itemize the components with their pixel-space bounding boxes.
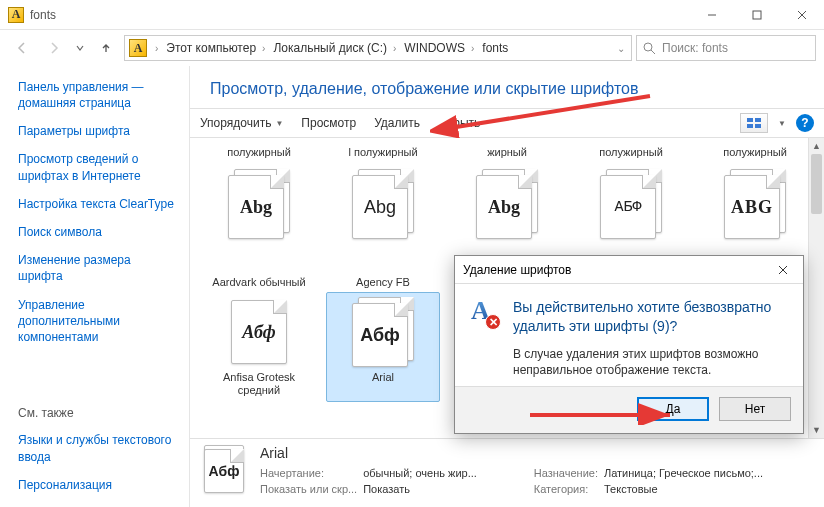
chevron-down-icon[interactable]: ⌄: [617, 43, 625, 54]
details-thumbnail: Абф: [200, 445, 248, 493]
view-mode-button[interactable]: [740, 113, 768, 133]
sidebar-link-personalization[interactable]: Персонализация: [18, 477, 175, 493]
font-thumbnail: Abg: [224, 169, 294, 239]
font-label-partial: жирный: [450, 146, 564, 158]
organize-button[interactable]: Упорядочить ▼: [200, 116, 283, 130]
font-item[interactable]: Abg: [202, 164, 316, 274]
details-value: Латиница; Греческое письмо;...: [604, 467, 763, 479]
details-label: Показать или скр...: [260, 483, 357, 495]
scrollbar-vertical[interactable]: ▲ ▼: [808, 138, 824, 438]
details-value: обычный; очень жир...: [363, 467, 477, 479]
svg-line-5: [651, 50, 655, 54]
details-pane: Абф Arial Начертание: обычный; очень жир…: [190, 438, 824, 507]
breadcrumb-item[interactable]: fonts: [482, 41, 508, 55]
sidebar-link-text-services[interactable]: Языки и службы текстового ввода: [18, 432, 175, 464]
svg-rect-9: [755, 124, 761, 128]
nav-back-button[interactable]: [8, 34, 36, 62]
page-heading: Просмотр, удаление, отображение или скры…: [190, 66, 824, 108]
font-thumbnail: Abg: [348, 169, 418, 239]
details-value: Показать: [363, 483, 477, 495]
font-name-label: Agency FB: [326, 276, 440, 288]
dialog-yes-button[interactable]: Да: [637, 397, 709, 421]
sidebar-link-font-info-online[interactable]: Просмотр сведений о шрифтах в Интернете: [18, 151, 175, 183]
sidebar-link-font-size[interactable]: Изменение размера шрифта: [18, 252, 175, 284]
svg-rect-1: [753, 11, 761, 19]
font-thumbnail: АБФ: [596, 169, 666, 239]
chevron-right-icon: ›: [155, 43, 158, 54]
preview-button[interactable]: Просмотр: [301, 116, 356, 130]
font-thumbnail: ABG: [720, 169, 790, 239]
font-name-label: Aardvark обычный: [202, 276, 316, 288]
font-name-label: Anfisa Grotesk средний: [205, 371, 313, 397]
delete-confirm-dialog: Удаление шрифтов A✕ Вы действительно хот…: [454, 255, 804, 434]
window-title: fonts: [30, 8, 56, 22]
toolbar: Упорядочить ▼ Просмотр Удалить крыть ▼ ?: [190, 108, 824, 138]
dialog-sub-text: В случае удаления этих шрифтов возможно …: [513, 346, 789, 378]
font-thumbnail: Абф: [348, 297, 418, 367]
details-label: Начертание:: [260, 467, 357, 479]
address-bar[interactable]: A › Этот компьютер› Локальный диск (C:)›…: [124, 35, 632, 61]
search-placeholder: Поиск: fonts: [662, 41, 728, 55]
scroll-down-button[interactable]: ▼: [809, 422, 824, 438]
minimize-button[interactable]: [689, 0, 734, 30]
svg-rect-8: [747, 124, 753, 128]
font-item[interactable]: Abg: [326, 164, 440, 274]
details-font-name: Arial: [260, 445, 814, 461]
details-value: Текстовые: [604, 483, 763, 495]
details-label: Категория:: [534, 483, 598, 495]
window-font-icon: A: [8, 7, 24, 23]
address-font-icon: A: [129, 39, 147, 57]
svg-rect-6: [747, 118, 753, 122]
sidebar: Панель управления — домашняя страница Па…: [0, 66, 189, 507]
sidebar-link-find-char[interactable]: Поиск символа: [18, 224, 175, 240]
hide-button[interactable]: крыть: [448, 116, 480, 130]
font-item[interactable]: Абф Arial: [326, 292, 440, 402]
see-also-label: См. также: [18, 406, 175, 420]
sidebar-link-optional-features[interactable]: Управление дополнительными компонентами: [18, 297, 175, 346]
font-thumbnail: Abg: [472, 169, 542, 239]
search-icon: [643, 42, 656, 55]
search-input[interactable]: Поиск: fonts: [636, 35, 816, 61]
window-controls: [689, 0, 824, 30]
scroll-up-button[interactable]: ▲: [809, 138, 824, 154]
titlebar: A fonts: [0, 0, 824, 30]
dialog-main-text: Вы действительно хотите безвозвратно уда…: [513, 298, 789, 336]
maximize-button[interactable]: [734, 0, 779, 30]
font-item[interactable]: Абф Anfisa Grotesk средний: [202, 292, 316, 402]
scroll-thumb[interactable]: [811, 154, 822, 214]
navbar: A › Этот компьютер› Локальный диск (C:)›…: [0, 30, 824, 66]
sidebar-home-link[interactable]: Панель управления — домашняя страница: [18, 80, 175, 111]
svg-rect-7: [755, 118, 761, 122]
font-thumbnail: Абф: [224, 297, 294, 367]
nav-up-button[interactable]: [92, 34, 120, 62]
breadcrumb-item[interactable]: Локальный диск (C:)›: [273, 41, 398, 55]
chevron-down-icon[interactable]: ▼: [778, 119, 786, 128]
breadcrumb-item[interactable]: Этот компьютер›: [166, 41, 267, 55]
font-label-partial: l полужирный: [326, 146, 440, 158]
font-name-label: Arial: [372, 371, 394, 397]
svg-point-4: [644, 43, 652, 51]
delete-button[interactable]: Удалить: [374, 116, 420, 130]
font-label-partial: полужирный: [574, 146, 688, 158]
details-label: Назначение:: [534, 467, 598, 479]
sidebar-link-font-settings[interactable]: Параметры шрифта: [18, 123, 175, 139]
dialog-close-button[interactable]: [771, 258, 795, 282]
help-button[interactable]: ?: [796, 114, 814, 132]
nav-recent-button[interactable]: [72, 34, 88, 62]
breadcrumb-item[interactable]: WINDOWS›: [404, 41, 476, 55]
nav-forward-button[interactable]: [40, 34, 68, 62]
sidebar-link-cleartype[interactable]: Настройка текста ClearType: [18, 196, 175, 212]
delete-font-icon: A✕: [469, 298, 501, 330]
dialog-no-button[interactable]: Нет: [719, 397, 791, 421]
close-button[interactable]: [779, 0, 824, 30]
font-label-partial: полужирный: [698, 146, 812, 158]
dialog-title: Удаление шрифтов: [463, 263, 571, 277]
font-label-partial: полужирный: [202, 146, 316, 158]
